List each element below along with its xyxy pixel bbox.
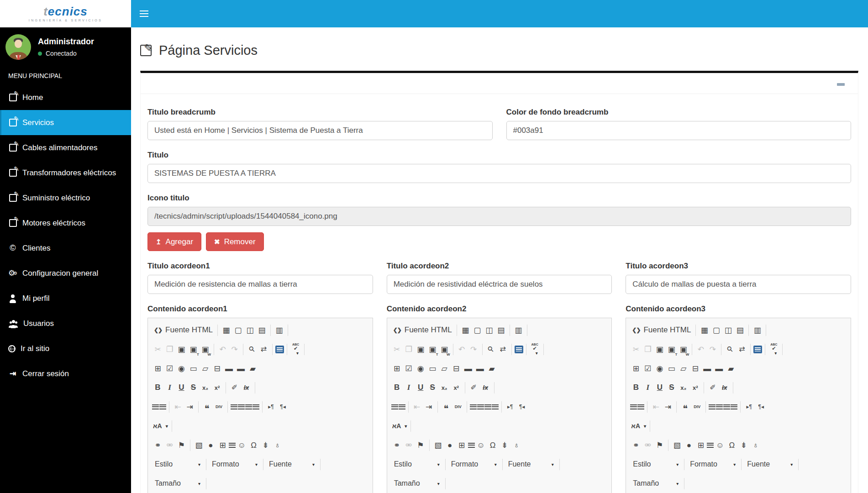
titulo-breadcrumb-input[interactable] (147, 121, 493, 140)
copy-format-icon[interactable]: ✐ (707, 382, 718, 394)
ltr-icon[interactable]: ▸¶ (743, 401, 755, 413)
collapse-panel-button[interactable] (837, 83, 845, 86)
copy-format-icon[interactable]: ✐ (229, 382, 240, 394)
undo-icon[interactable]: ↶ (217, 343, 228, 356)
paste-word-icon[interactable]: ▣W (200, 343, 211, 356)
bold-icon[interactable]: B (630, 382, 642, 394)
cut-icon[interactable]: ✂ (391, 343, 403, 356)
find-icon[interactable]: ⚲ (724, 343, 736, 356)
font-combo[interactable]: Fuente▾ (744, 458, 795, 471)
align-center-icon[interactable] (238, 404, 245, 409)
sidebar-item-home[interactable]: Home (0, 85, 131, 110)
titulo-input[interactable] (147, 164, 851, 183)
div-icon[interactable]: DIV (213, 401, 225, 413)
cut-icon[interactable]: ✂ (152, 343, 163, 356)
remover-button[interactable]: ✖ Remover (206, 232, 264, 251)
unlink-icon[interactable]: ⚮ (403, 439, 415, 451)
sidebar-item-servicios[interactable]: Servicios (0, 110, 131, 135)
underline-icon[interactable]: U (654, 382, 665, 394)
special-char-icon[interactable]: Ω (487, 439, 499, 451)
iframe-icon[interactable]: ♁ (750, 439, 761, 451)
image-button-icon[interactable]: ▬ (474, 362, 486, 375)
flash-icon[interactable]: ● (444, 439, 456, 451)
sidebar-item-cerrar-sesion[interactable]: Cerrar sesión (0, 361, 131, 386)
replace-icon[interactable]: ⇄ (736, 343, 747, 356)
hidden-field-icon[interactable]: ▰ (725, 362, 736, 375)
ordered-list-icon[interactable] (630, 404, 637, 409)
spellcheck-icon[interactable]: ✔▾ (290, 343, 301, 356)
spellcheck-icon[interactable]: ✔▾ (768, 343, 779, 356)
redo-icon[interactable]: ↷ (707, 343, 718, 356)
align-center-icon[interactable] (477, 404, 484, 409)
outdent-icon[interactable]: ⇤ (650, 401, 662, 413)
align-left-icon[interactable] (470, 404, 477, 409)
image-icon[interactable]: ▧ (432, 439, 444, 451)
special-char-icon[interactable]: Ω (726, 439, 737, 451)
smiley-icon[interactable]: ☺ (475, 439, 487, 451)
special-char-icon[interactable]: Ω (248, 439, 259, 451)
textarea-icon[interactable]: ▱ (200, 362, 211, 375)
select-all-icon[interactable] (753, 346, 762, 353)
size-combo[interactable]: Tamaño▾ (391, 477, 442, 490)
table-icon[interactable]: ⊞ (456, 439, 468, 451)
indent-icon[interactable]: ⇥ (662, 401, 673, 413)
italic-icon[interactable]: I (403, 382, 415, 394)
smiley-icon[interactable]: ☺ (236, 439, 247, 451)
italic-icon[interactable]: I (164, 382, 175, 394)
ordered-list-icon[interactable] (152, 404, 159, 409)
sidebar-item-usuarios[interactable]: Usuarios (0, 311, 131, 336)
ordered-list-icon[interactable] (391, 404, 398, 409)
image-button-icon[interactable]: ▬ (713, 362, 725, 375)
table-icon[interactable]: ⊞ (695, 439, 706, 451)
spellcheck-icon[interactable]: ✔▾ (529, 343, 541, 356)
anchor-icon[interactable]: ⚑ (654, 439, 665, 451)
format-combo[interactable]: Formato▾ (448, 458, 500, 471)
checkbox-icon[interactable]: ☑ (642, 362, 653, 375)
blockquote-icon[interactable]: ❝ (679, 401, 691, 413)
bold-icon[interactable]: B (152, 382, 163, 394)
button-icon[interactable]: ▬ (223, 362, 235, 375)
copy-icon[interactable]: ❐ (642, 343, 653, 356)
image-icon[interactable]: ▧ (671, 439, 683, 451)
preview-icon[interactable]: ◫ (484, 324, 495, 336)
print-icon[interactable]: ▤ (734, 324, 746, 336)
unlink-icon[interactable]: ⚮ (642, 439, 653, 451)
checkbox-icon[interactable]: ☑ (164, 362, 175, 375)
paste-text-icon[interactable]: ▣T (666, 343, 677, 356)
flash-icon[interactable]: ● (683, 439, 694, 451)
bullet-list-icon[interactable] (637, 404, 644, 409)
undo-icon[interactable]: ↶ (456, 343, 468, 356)
iframe-icon[interactable]: ♁ (272, 439, 283, 451)
sidebar-item-ir-al-sitio[interactable]: Ir al sitio (0, 336, 131, 361)
form-icon[interactable]: ⊞ (152, 362, 163, 375)
paste-word-icon[interactable]: ▣W (678, 343, 689, 356)
paste-text-icon[interactable]: ▣T (427, 343, 438, 356)
subscript-icon[interactable]: x₂ (678, 382, 689, 394)
radio-icon[interactable]: ◉ (654, 362, 665, 375)
hidden-field-icon[interactable]: ▰ (486, 362, 498, 375)
anchor-icon[interactable]: ⚑ (176, 439, 187, 451)
sidebar-item-transformadores-electricos[interactable]: Transformadores eléctricos (0, 160, 131, 185)
link-icon[interactable]: ⚭ (152, 439, 163, 451)
agregar-button[interactable]: ↥ Agregar (147, 232, 201, 251)
font-combo[interactable]: Fuente▾ (505, 458, 557, 471)
hr-icon[interactable] (468, 443, 475, 448)
language-icon[interactable]: אA▾ (630, 420, 647, 432)
rtl-icon[interactable]: ¶◂ (277, 401, 289, 413)
color-fondo-breadcrumb-input[interactable] (506, 121, 852, 140)
bullet-list-icon[interactable] (159, 404, 166, 409)
styles-combo[interactable]: Estilo▾ (391, 458, 442, 471)
underline-icon[interactable]: U (176, 382, 187, 394)
replace-icon[interactable]: ⇄ (497, 343, 509, 356)
select-field-icon[interactable]: ⊟ (211, 362, 223, 375)
anchor-icon[interactable]: ⚑ (415, 439, 426, 451)
select-field-icon[interactable]: ⊟ (451, 362, 462, 375)
select-all-icon[interactable] (515, 346, 523, 353)
remove-format-icon[interactable]: Ix (719, 382, 730, 394)
form-icon[interactable]: ⊞ (391, 362, 403, 375)
subscript-icon[interactable]: x₂ (200, 382, 211, 394)
rtl-icon[interactable]: ¶◂ (516, 401, 528, 413)
preview-icon[interactable]: ◫ (244, 324, 256, 336)
text-field-icon[interactable]: ▭ (666, 362, 677, 375)
print-icon[interactable]: ▤ (495, 324, 507, 336)
